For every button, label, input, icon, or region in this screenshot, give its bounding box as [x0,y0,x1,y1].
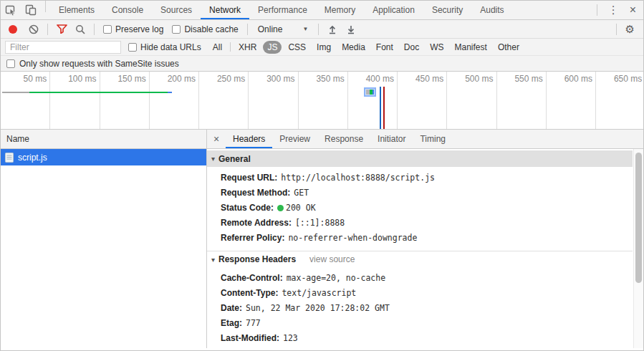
filter-type-xhr[interactable]: XHR [234,41,261,54]
search-button[interactable] [71,21,90,37]
view-source-link[interactable]: view source [309,254,355,264]
tab-application[interactable]: Application [364,1,423,19]
filter-type-all[interactable]: All [208,41,226,54]
detail-scrollbar-thumb[interactable] [635,153,642,283]
response-headers-section-header[interactable]: ▾ Response Headers view source [207,251,633,267]
request-detail-pane: × Headers Preview Response Initiator Tim… [207,130,643,348]
headers-scroll-area: ▾ General Request URL:http://localhost:8… [207,149,633,348]
timeline-tick: 450 ms [398,72,447,129]
detail-tab-response[interactable]: Response [317,130,370,148]
close-devtools-icon[interactable]: × [625,4,643,16]
selected-request-marker [364,87,376,97]
tab-elements[interactable]: Elements [50,1,103,19]
header-row-request-method: Request Method:GET [207,186,633,201]
filter-toggle-button[interactable] [52,21,71,37]
tab-audits[interactable]: Audits [471,1,512,19]
disable-cache-checkbox[interactable]: Disable cache [172,24,238,34]
header-value: text/javascript [282,288,356,298]
header-key: Cache-Control: [221,273,283,283]
filter-type-js[interactable]: JS [263,41,282,54]
header-key: Content-Type: [221,288,278,298]
network-overview-timeline[interactable]: 50 ms 100 ms 150 ms 200 ms 250 ms 300 ms… [1,72,643,130]
header-key: Date: [221,303,242,313]
filter-type-ws[interactable]: WS [426,41,448,54]
divider [616,24,617,35]
header-row-remote-address: Remote Address:[::1]:8888 [207,216,633,231]
clear-requests-button[interactable] [24,21,43,37]
import-har-button[interactable] [323,21,342,37]
filter-type-img[interactable]: Img [312,41,335,54]
tab-network[interactable]: Network [201,1,249,19]
divider [318,24,319,35]
checkbox-icon[interactable] [103,25,112,34]
inspect-cursor-icon [5,4,16,16]
filter-input[interactable] [5,41,121,54]
hide-data-urls-checkbox[interactable]: Hide data URLs [128,42,201,52]
filter-type-font[interactable]: Font [372,41,398,54]
samesite-checkbox[interactable] [6,59,15,68]
tab-sources[interactable]: Sources [152,1,201,19]
timeline-tick: 650 ms [596,72,643,129]
header-value: no-referrer-when-downgrade [288,233,417,243]
divider [230,42,231,52]
timeline-tick: 100 ms [50,72,100,129]
gear-icon[interactable]: ⚙ [621,23,639,36]
preserve-log-checkbox[interactable]: Preserve log [103,24,163,34]
header-row-last-modified: Last-Modified:123 [207,331,633,346]
detail-tab-timing[interactable]: Timing [413,130,453,148]
request-waterfall-bar [2,92,172,93]
request-row-scriptjs[interactable]: script.js [1,149,206,165]
header-key: Status Code: [221,203,274,213]
device-toolbar-button[interactable] [21,1,41,19]
header-key: Request Method: [221,188,290,198]
checkbox-icon[interactable] [172,25,181,34]
filter-type-css[interactable]: CSS [284,41,310,54]
detail-scrollbar[interactable] [633,149,643,348]
timeline-tick: 400 ms [348,72,398,129]
request-name: script.js [18,153,47,163]
network-toolbar: Preserve log Disable cache Online ▼ ⚙ [1,20,643,39]
detail-tab-initiator[interactable]: Initiator [370,130,413,148]
filter-type-media[interactable]: Media [337,41,370,54]
detail-tab-bar: × Headers Preview Response Initiator Tim… [207,130,643,149]
header-value: [::1]:8888 [295,218,345,228]
throttling-select[interactable]: Online ▼ [258,24,309,34]
headers-panel: ▾ General Request URL:http://localhost:8… [207,149,643,348]
filter-type-other[interactable]: Other [494,41,524,54]
close-detail-icon[interactable]: × [207,130,226,148]
filter-type-doc[interactable]: Doc [400,41,423,54]
divider [94,24,95,35]
inspect-element-button[interactable] [1,1,21,19]
header-value: 777 [246,318,261,328]
filter-funnel-icon [57,24,67,34]
name-column-header[interactable]: Name [1,130,206,149]
domcontentloaded-event-line [380,87,381,130]
export-har-button[interactable] [342,21,360,37]
record-button[interactable] [9,25,17,34]
export-arrow-icon [346,24,356,34]
status-ok-dot-icon [277,205,284,211]
disable-cache-label: Disable cache [184,24,238,34]
checkbox-icon[interactable] [128,43,137,52]
header-value: Sun, 22 Mar 2020 17:28:02 GMT [246,303,390,313]
tab-performance[interactable]: Performance [249,1,316,19]
timeline-tick: 150 ms [100,72,150,129]
header-key: Request URL: [221,173,277,183]
detail-tab-preview[interactable]: Preview [272,130,317,148]
tab-memory[interactable]: Memory [316,1,364,19]
general-section-header[interactable]: ▾ General [207,150,633,167]
timeline-tick: 50 ms [1,72,50,129]
timeline-tick: 200 ms [150,72,199,129]
filter-type-manifest[interactable]: Manifest [451,41,491,54]
more-options-icon[interactable]: ⋮ [602,4,625,16]
preserve-log-label: Preserve log [115,24,163,34]
tab-security[interactable]: Security [423,1,471,19]
header-value: GET [294,188,309,198]
header-row-referrer-policy: Referrer Policy:no-referrer-when-downgra… [207,231,633,246]
header-row-status-code: Status Code:200 OK [207,201,633,216]
detail-tab-headers[interactable]: Headers [226,130,272,148]
tab-console[interactable]: Console [103,1,152,19]
header-row-content-type: Content-Type:text/javascript [207,286,633,301]
header-value: max-age=20, no-cache [287,273,385,283]
divider [47,24,48,35]
